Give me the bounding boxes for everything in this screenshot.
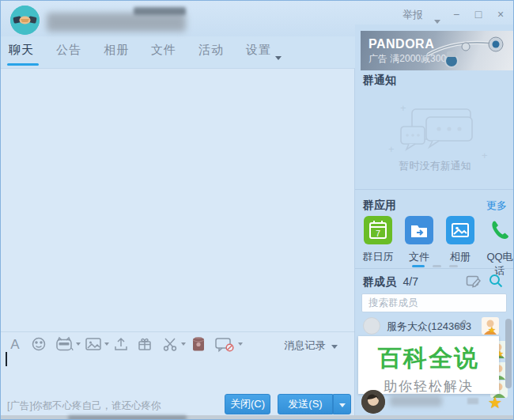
jewelry-illustration — [420, 31, 514, 70]
message-input[interactable] — [1, 356, 354, 395]
minimize-button[interactable]: − — [448, 7, 465, 21]
apps-pagination[interactable] — [355, 259, 514, 273]
member-search-input[interactable]: 搜索群成员 — [361, 293, 507, 312]
group-notice-title: 群通知 — [363, 74, 396, 88]
group-members-title: 群成员 — [363, 275, 396, 288]
message-history-link[interactable]: 消息记录 — [284, 339, 338, 353]
svg-text:A: A — [10, 337, 20, 352]
calendar-icon: 7 — [364, 216, 392, 244]
folder-icon — [405, 216, 433, 244]
red-packet-icon[interactable] — [191, 336, 209, 352]
font-icon[interactable]: A — [7, 336, 25, 352]
close-chat-button[interactable]: 关闭(C) — [225, 394, 270, 414]
close-button[interactable]: × — [492, 7, 509, 21]
image-icon[interactable] — [85, 336, 102, 352]
maximize-button[interactable]: □ — [470, 7, 487, 21]
bottom-blur — [68, 415, 187, 420]
send-button[interactable]: 发送(S) — [278, 394, 333, 414]
pandora-ad-banner[interactable]: PANDORA 广告 满2000减300 — [361, 31, 514, 70]
member-row[interactable]: 服务大众(1243693 ★ — [355, 317, 514, 338]
page-dot[interactable] — [433, 265, 441, 267]
apps-more-link[interactable]: 更多 — [486, 199, 507, 213]
edit-pencil-icon[interactable] — [455, 319, 467, 331]
member-count: 4/7 — [403, 275, 418, 288]
phone-icon — [486, 216, 514, 244]
text-cursor — [6, 352, 7, 366]
input-toolbar: A — [1, 331, 355, 355]
tab-settings[interactable]: 设置 — [246, 43, 271, 58]
tab-chat[interactable]: 聊天 — [9, 43, 34, 58]
member-star-icon: ★ — [488, 325, 496, 335]
member-name-blurred — [390, 395, 442, 407]
page-dot[interactable] — [449, 265, 458, 267]
app-album[interactable]: 相册 — [442, 216, 478, 264]
divider — [355, 189, 514, 190]
member-row[interactable]: ★ — [355, 390, 514, 417]
report-link[interactable]: 举报 — [403, 8, 423, 22]
watermark-title: 百科全说 — [358, 342, 499, 375]
tab-bar: 聊天 公告 相册 文件 活动 设置 — [1, 36, 355, 68]
footer-ad-text[interactable]: [广告]你都不心疼自己，谁还心疼你 — [7, 399, 161, 413]
photo-icon — [446, 216, 474, 244]
member-badge-blurred — [467, 398, 478, 404]
member-avatar — [361, 390, 385, 414]
send-options-button[interactable] — [333, 394, 351, 414]
group-apps-title: 群应用 — [363, 199, 396, 213]
app-files[interactable]: 文件 — [401, 216, 437, 264]
screenshot-scissors-icon[interactable] — [161, 336, 179, 352]
group-apps-row: 7 群日历 文件 相册 QQ电话 — [355, 216, 514, 263]
image-caret-icon[interactable] — [104, 342, 109, 346]
active-tab-underline — [7, 63, 39, 66]
gift-icon[interactable] — [137, 336, 154, 352]
screenshot-caret-icon[interactable] — [181, 342, 186, 346]
meme-gif-icon[interactable] — [55, 336, 72, 352]
meme-caret-icon[interactable] — [76, 342, 81, 346]
sparkle-icon: + — [400, 102, 406, 114]
upload-file-icon[interactable] — [113, 336, 130, 352]
message-block-caret-icon[interactable] — [238, 342, 243, 346]
page-dot-active[interactable] — [412, 265, 425, 267]
member-star-icon: ★ — [488, 393, 502, 412]
app-group-calendar[interactable]: 7 群日历 — [360, 216, 396, 264]
tab-album[interactable]: 相册 — [104, 43, 129, 58]
emoji-icon[interactable] — [31, 336, 48, 352]
sparkle-icon: + — [388, 143, 395, 155]
tab-announcement[interactable]: 公告 — [56, 43, 81, 58]
divider — [355, 268, 514, 269]
watermark-ad: 百科全说 助你轻松解决 — [358, 336, 499, 394]
group-members-header: 群成员 4/7 — [363, 274, 418, 289]
message-list[interactable] — [1, 69, 354, 331]
svg-text:7: 7 — [376, 229, 380, 238]
group-title-blurred-2 — [134, 7, 186, 15]
sidebar: PANDORA 广告 满2000减300 群通知 — [355, 25, 514, 420]
group-avatar[interactable] — [10, 6, 40, 35]
group-title-blurred — [47, 13, 186, 32]
search-icon[interactable] — [488, 273, 504, 289]
message-block-icon[interactable] — [214, 336, 232, 352]
notice-empty-text: 暂时没有新通知 — [355, 159, 514, 173]
member-list-scrollbar[interactable] — [505, 319, 512, 388]
settings-caret-icon[interactable] — [275, 49, 282, 63]
tab-files[interactable]: 文件 — [151, 43, 176, 58]
chat-area: A — [1, 68, 355, 420]
member-card-icon[interactable] — [466, 274, 482, 289]
member-avatar — [363, 317, 380, 335]
tab-activity[interactable]: 活动 — [198, 43, 224, 58]
handshake-icon — [10, 6, 40, 35]
